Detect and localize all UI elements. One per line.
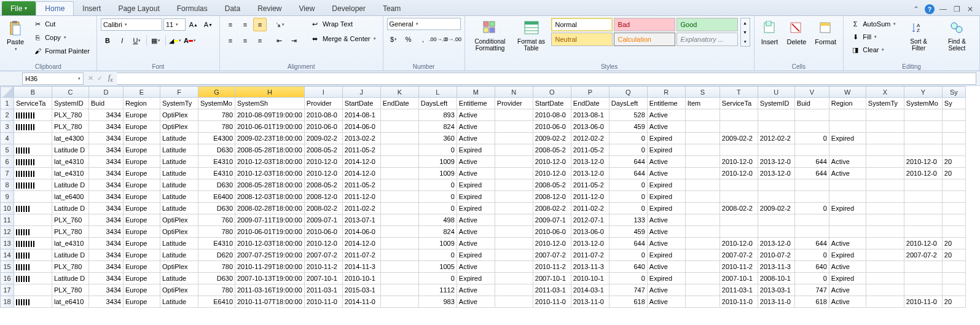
cell-X10[interactable] — [866, 203, 904, 214]
cell-K16[interactable] — [380, 273, 418, 284]
cell-F5[interactable]: Latitude — [160, 144, 198, 156]
cell-V9[interactable] — [794, 191, 829, 203]
cell-J16[interactable]: 2010-10-1 — [342, 273, 380, 284]
cell-V4[interactable]: 0 — [794, 133, 829, 144]
cell-Z5[interactable] — [942, 144, 965, 156]
cell-H18[interactable]: 2010-11-07T18:00:00 — [235, 296, 305, 308]
cell-T2[interactable] — [719, 109, 758, 121]
cell-I5[interactable]: 2008-05-2 — [304, 144, 342, 156]
formula-input[interactable] — [117, 72, 976, 85]
cell-U7[interactable]: 2013-12-0 — [758, 168, 794, 179]
cell-T1[interactable]: ServiceTa — [719, 98, 758, 109]
restore-icon[interactable]: ❐ — [952, 4, 962, 14]
cell-Z13[interactable]: 20 — [942, 238, 965, 249]
cell-B7[interactable] — [14, 168, 52, 179]
cell-R12[interactable]: Active — [647, 226, 685, 238]
cell-U12[interactable] — [758, 226, 794, 238]
cell-H5[interactable]: 2008-05-28T18:00:00 — [235, 144, 305, 156]
merge-center-button[interactable]: ⬌Merge & Center▾ — [307, 33, 379, 45]
tab-review[interactable]: Review — [249, 1, 290, 15]
cell-W17[interactable]: Active — [829, 284, 866, 296]
row-header-11[interactable]: 11 — [1, 214, 14, 226]
cell-O14[interactable]: 2007-07-2 — [533, 249, 571, 261]
cell-G3[interactable]: 780 — [198, 121, 235, 133]
cell-J13[interactable]: 2014-12-0 — [342, 238, 380, 249]
cell-V17[interactable]: 747 — [794, 284, 829, 296]
cell-D8[interactable]: 3434 — [89, 179, 123, 191]
cell-Q4[interactable]: 0 — [609, 133, 647, 144]
cell-C6[interactable]: lat_e4310 — [52, 156, 89, 168]
cell-W1[interactable]: Region — [829, 98, 866, 109]
align-right-button[interactable]: ≡ — [253, 34, 267, 47]
cell-I8[interactable]: 2008-05-2 — [304, 179, 342, 191]
cell-S18[interactable] — [685, 296, 719, 308]
row-header-3[interactable]: 3 — [1, 121, 14, 133]
cell-E13[interactable]: Europe — [123, 238, 160, 249]
cell-V2[interactable] — [794, 109, 829, 121]
cell-J10[interactable]: 2011-02-2 — [342, 203, 380, 214]
col-header-Z[interactable]: Sy — [942, 87, 965, 98]
cell-D16[interactable]: 3434 — [89, 273, 123, 284]
tab-insert[interactable]: Insert — [74, 1, 109, 15]
cell-V18[interactable]: 618 — [794, 296, 829, 308]
col-header-T[interactable]: T — [719, 87, 758, 98]
tab-formulas[interactable]: Formulas — [168, 1, 216, 15]
cell-Y16[interactable] — [904, 273, 942, 284]
cell-H17[interactable]: 2011-03-16T19:00:00 — [235, 284, 305, 296]
minimize-ribbon-icon[interactable]: ⌃ — [911, 4, 921, 14]
increase-indent-button[interactable]: ⇥ — [288, 34, 301, 47]
cell-Z15[interactable] — [942, 261, 965, 273]
cell-W5[interactable] — [829, 144, 866, 156]
col-header-O[interactable]: O — [533, 87, 571, 98]
cell-J18[interactable]: 2014-11-0 — [342, 296, 380, 308]
cell-K5[interactable] — [380, 144, 418, 156]
increase-decimal-button[interactable]: .00→.0 — [431, 33, 445, 46]
row-header-1[interactable]: 1 — [1, 98, 14, 109]
cell-H3[interactable]: 2010-06-01T19:00:00 — [235, 121, 305, 133]
cell-O5[interactable]: 2008-05-2 — [533, 144, 571, 156]
cell-E7[interactable]: Europe — [123, 168, 160, 179]
format-cells-button[interactable]: Format — [812, 18, 839, 47]
cell-L10[interactable]: 0 — [418, 203, 457, 214]
cell-P13[interactable]: 2013-12-0 — [571, 238, 609, 249]
cell-R9[interactable]: Expired — [647, 191, 685, 203]
cell-R16[interactable]: Expired — [647, 273, 685, 284]
row-header-7[interactable]: 7 — [1, 168, 14, 179]
cell-P11[interactable]: 2012-07-1 — [571, 214, 609, 226]
cell-H15[interactable]: 2010-11-29T18:00:00 — [235, 261, 305, 273]
cell-L4[interactable]: 360 — [418, 133, 457, 144]
col-header-C[interactable]: C — [52, 87, 89, 98]
cell-U5[interactable] — [758, 144, 794, 156]
style-scroll-up[interactable]: ▲ — [741, 18, 750, 28]
cell-D6[interactable]: 3434 — [89, 156, 123, 168]
cell-W14[interactable]: Expired — [829, 249, 866, 261]
cell-Q17[interactable]: 747 — [609, 284, 647, 296]
cell-H4[interactable]: 2009-02-23T18:00:00 — [235, 133, 305, 144]
cell-T12[interactable] — [719, 226, 758, 238]
col-header-B[interactable]: B — [14, 87, 52, 98]
cell-I12[interactable]: 2010-06-0 — [304, 226, 342, 238]
cell-U16[interactable]: 2008-10-1 — [758, 273, 794, 284]
cell-K14[interactable] — [380, 249, 418, 261]
cell-B16[interactable] — [14, 273, 52, 284]
cell-E11[interactable]: Europe — [123, 214, 160, 226]
cell-V16[interactable]: 0 — [794, 273, 829, 284]
cell-L15[interactable]: 1005 — [418, 261, 457, 273]
grow-font-button[interactable]: A▲ — [187, 18, 200, 31]
cell-F1[interactable]: SystemTy — [160, 98, 198, 109]
col-header-I[interactable]: I — [304, 87, 342, 98]
cell-C17[interactable]: PLX_780 — [52, 284, 89, 296]
enter-icon[interactable]: ✓ — [97, 74, 103, 82]
cell-F11[interactable]: OptiPlex — [160, 214, 198, 226]
cell-R17[interactable]: Active — [647, 284, 685, 296]
cell-Y12[interactable] — [904, 226, 942, 238]
cell-N16[interactable] — [495, 273, 533, 284]
cell-X9[interactable] — [866, 191, 904, 203]
cell-L17[interactable]: 1112 — [418, 284, 457, 296]
cell-L18[interactable]: 983 — [418, 296, 457, 308]
cell-D18[interactable]: 3434 — [89, 296, 123, 308]
cell-Y11[interactable] — [904, 214, 942, 226]
cell-W13[interactable]: Active — [829, 238, 866, 249]
cell-R10[interactable]: Expired — [647, 203, 685, 214]
cell-G10[interactable]: D630 — [198, 203, 235, 214]
